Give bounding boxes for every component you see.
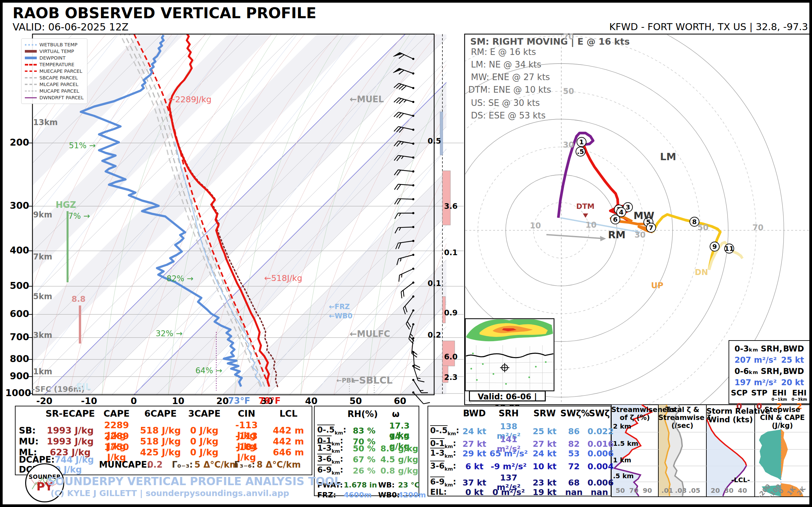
panel3-lcl-label: -LCL-	[731, 476, 750, 484]
thermo-header: CIN	[226, 408, 267, 418]
pressure-label: 700	[9, 332, 29, 342]
panel1-title-line: Streamwiseness	[611, 406, 658, 413]
bwd-0-6-value: 20 kt	[781, 378, 804, 387]
moisture-row: 6-9km: 26 % 0.8 g/kg	[315, 465, 419, 476]
height-label: 9km	[33, 211, 52, 219]
marker-label: 7	[649, 224, 653, 232]
dn-label: DN	[695, 268, 708, 277]
layer-value: 0.9	[444, 309, 458, 317]
srh-0-6-label: 0-6ₖₘ SRH,	[734, 367, 782, 376]
marker-label: 11	[724, 244, 734, 252]
srh-0-6-value: 197 m²/s²	[734, 378, 777, 387]
dcape-bar-label: 8.8	[71, 295, 86, 303]
panel1-xtick: 90	[641, 487, 654, 494]
panel1-title-line: of ζ (%)	[611, 414, 658, 421]
pressure-label: 800	[9, 354, 29, 364]
kinematics-row: 3-6km: 6 kt -9 m²/s² 10 kt 72 0.004	[428, 460, 611, 473]
radar-inset	[465, 318, 554, 391]
ring-label: 70	[752, 224, 763, 232]
temp-axis-label: 10	[165, 396, 191, 406]
rh-header: RH(%)	[346, 410, 379, 418]
wb0-annotation: ←WB0	[329, 313, 352, 320]
valid-time: VALID: 06-06-2025 12Z	[13, 22, 129, 33]
wb-value: 23 °C	[398, 481, 419, 489]
thermo-header: 3CAPE	[183, 408, 226, 418]
legend-item: MLCAPE PARCEL	[23, 81, 85, 88]
rh-annotation-upper: 51% →	[69, 142, 96, 150]
marker-label: 9	[712, 242, 717, 250]
thermo-row: SB: 1993 J/kg 2289 J/kg 518 J/kg 0 J/kg …	[15, 420, 312, 431]
panel2-title-line: (/sec)	[658, 422, 706, 429]
panel2-xtick: .03	[674, 487, 688, 494]
storm-motion-mw: MW: ENE @ 27 kts	[471, 73, 550, 82]
kin-header: BWD	[460, 408, 489, 418]
marker-label: 3	[625, 203, 630, 211]
gamma03-value: 5 Δ°C/km	[194, 460, 239, 469]
ring-label: 50	[698, 224, 708, 232]
temp-axis-label: 40	[298, 396, 324, 406]
pressure-label: 600	[9, 309, 29, 319]
legend-line-sample	[25, 44, 37, 46]
panel2-title-line: Total ζ &	[658, 406, 706, 413]
layer-value: 0.1	[444, 248, 458, 257]
rh-annotation-mid: 82% →	[166, 275, 193, 283]
panel1-ylabel: .5 km	[613, 472, 634, 480]
pressure-label: 400	[9, 245, 29, 255]
kin-header: SWζ	[588, 408, 611, 418]
legend-label: TEMPERATURE	[39, 62, 74, 67]
panel3-xtick: 30	[722, 487, 735, 494]
storm-motion-ds: DS: ESE @ 53 kts	[471, 111, 546, 120]
marker-label: .5	[577, 148, 584, 156]
thermo-header: CAPE	[95, 408, 138, 418]
moisture-row: 3-6km: 67 % 4.5 g/kg	[315, 454, 419, 465]
frz-label: FRZ:	[317, 491, 336, 499]
ehi-0-3-label: EHI	[790, 389, 810, 397]
dcape-label: DCAPE:	[19, 455, 55, 464]
legend-item: MUCAPE PARCEL	[23, 88, 85, 94]
right-mover-label: RM	[608, 230, 625, 240]
omega-header: ω	[383, 410, 409, 418]
sounderpy-analysis-page: .5 1 2 3 4 5 6 7 8 9 11	[0, 0, 812, 507]
surface-dewpoint-label: 73°F	[226, 396, 252, 405]
gamma36-value: 8 Δ°C/km	[257, 460, 301, 469]
panel4-title-line: (J/kg)	[755, 422, 810, 429]
hgz-rh-annotation: 7% →	[68, 212, 90, 220]
srh-0-3-value: 207 m²/s²	[734, 355, 777, 365]
panel4-title-line: CIN & CAPE	[755, 414, 810, 421]
panel1-xtick: 50	[614, 487, 627, 494]
legend-label: DWNDRFT PARCEL	[39, 95, 84, 100]
height-label: 1km	[33, 368, 52, 376]
legend-line-sample	[25, 91, 37, 91]
page-title: RAOB OBSERVED VERTICAL PROFILE	[13, 5, 316, 21]
up-label: UP	[651, 282, 663, 290]
sblcl-annotation: ←SBLCL	[351, 375, 393, 385]
moisture-row: 1-3km: 50 % 8.6 g/kg	[315, 443, 419, 454]
marker-label: 8	[692, 218, 697, 226]
legend-line-sample	[25, 70, 37, 72]
panel1-ylabel: 2 km	[613, 423, 631, 430]
marker-label: 1	[579, 138, 584, 146]
left-mover-label: LM	[660, 152, 676, 162]
legend-item: DWNDRFT PARCEL	[23, 94, 85, 101]
kinematics-row: 6-9km: 37 kt 137 m²/s² 23 kt 68 0.006	[428, 473, 611, 486]
panel3-xtick: 40	[736, 487, 749, 494]
muncape-value: 0.2	[147, 460, 163, 469]
storm-motion-lm: LM: NE @ 34 kts	[471, 60, 542, 69]
layer-value: 0.1	[423, 279, 441, 287]
wb0-label: WB0:	[378, 491, 400, 499]
layer-value: 0.2	[423, 331, 441, 339]
ring-label: 10	[530, 222, 541, 230]
panel4-title-line: Stepwise	[755, 406, 810, 413]
height-label: 7km	[33, 253, 52, 261]
legend-label: MUECAPE PARCEL	[39, 68, 82, 74]
legend-item: VIRTUAL TEMP	[23, 48, 85, 55]
wb-label: WB:	[378, 481, 395, 489]
kinematics-eil-row: EIL: 0 kt 0 m²/s² 19 kt nan nan	[428, 486, 611, 499]
ehi-0-3-sub: 0−3km	[790, 397, 810, 401]
legend-label: SBCAPE PARCEL	[39, 75, 78, 80]
gamma03-label: Γ₀₋₃:	[172, 460, 193, 469]
legend-line-sample	[25, 64, 37, 65]
legend-label: DEWPOINT	[39, 55, 65, 61]
frz-value: 4600m	[344, 491, 371, 499]
pressure-label: 1000	[5, 388, 29, 398]
